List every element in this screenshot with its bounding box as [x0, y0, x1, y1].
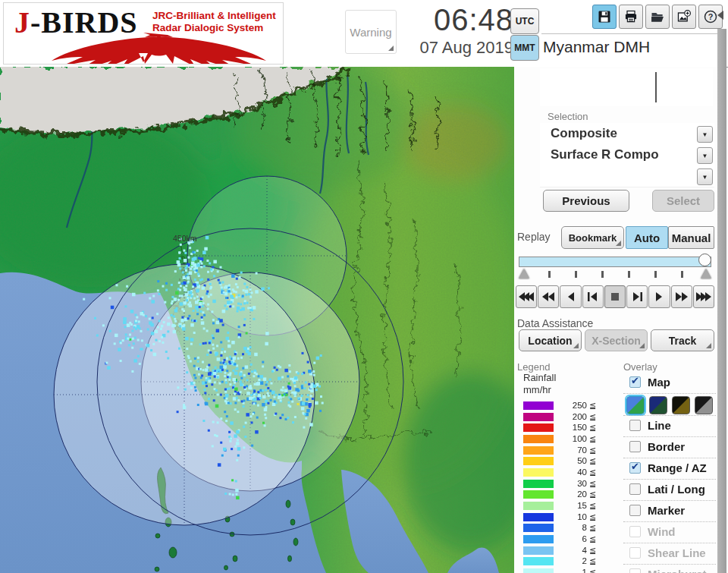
play-button[interactable] [648, 285, 670, 308]
map-style-swatch-2[interactable] [649, 396, 667, 414]
legend-swatch [523, 524, 554, 532]
chevron-down-icon[interactable]: ▼ [697, 168, 713, 185]
selection-label: Selection [548, 111, 588, 122]
manual-mode-button[interactable]: Manual [668, 226, 714, 249]
legend-value: 15 [557, 501, 587, 510]
checkbox-line[interactable] [629, 420, 641, 431]
checkbox-border[interactable] [629, 441, 641, 452]
legend-row: 8 ≦ [523, 523, 607, 534]
fast-forward-icon [695, 291, 713, 303]
legend-row: 15 ≦ [523, 501, 607, 512]
legend-swatch [523, 535, 554, 543]
legend-swatch [523, 413, 554, 421]
legend-operator: ≦ [589, 423, 596, 433]
warning-button[interactable]: Warning [345, 10, 397, 54]
mmt-button[interactable]: MMT [510, 35, 539, 61]
legend-row: 40 ≦ [523, 468, 607, 478]
map-style-swatch-4[interactable] [695, 396, 713, 414]
legend-operator: ≦ [589, 479, 596, 489]
legend-swatch [523, 435, 554, 443]
chevron-down-icon[interactable]: ▼ [697, 126, 713, 143]
replay-timeline-slider[interactable] [519, 257, 711, 267]
step-back-button[interactable] [582, 285, 604, 308]
product-dropdown-1[interactable]: Composite ▼ [540, 123, 714, 145]
eagle-icon [10, 30, 277, 64]
slider-end-marker[interactable] [701, 269, 711, 279]
legend-operator: ≦ [589, 456, 596, 466]
legend-row: 30 ≦ [523, 479, 607, 490]
legend-value: 150 [557, 423, 587, 432]
overlay-row-microburst: Microburst [623, 564, 716, 573]
legend-operator: ≦ [589, 512, 596, 522]
export-image-button[interactable] [672, 5, 696, 29]
overlay-row-lati-long: Lati / Long [623, 479, 716, 500]
svg-text:?: ? [708, 12, 714, 21]
slider-tick [628, 271, 630, 278]
checkbox-map[interactable] [629, 376, 641, 388]
panel-collapse-arrow-icon[interactable] [717, 11, 723, 20]
open-folder-button[interactable] [645, 5, 670, 29]
legend-value: 20 [557, 490, 587, 499]
legend-row: 20 ≦ [523, 490, 607, 500]
legend-operator: ≦ [589, 534, 596, 544]
map-style-swatch-1[interactable] [626, 396, 645, 414]
product-dropdown-2[interactable]: Surface R Compo ▼ [540, 144, 714, 166]
replay-label: Replay [517, 231, 551, 243]
replay-slider-thumb[interactable] [698, 253, 711, 266]
checkbox-range-az[interactable] [629, 462, 641, 474]
legend-row: 1 ≦ [523, 568, 607, 573]
stop-button[interactable] [604, 285, 626, 308]
x-section-button[interactable]: X-Section [585, 329, 648, 351]
legend-swatch [523, 401, 554, 410]
radar-map[interactable]: 450km [0, 67, 514, 573]
map-style-swatch-3[interactable] [672, 396, 690, 414]
overlay-item-label: Lati / Long [648, 483, 705, 496]
legend-operator: ≦ [589, 490, 596, 499]
panel-separator [541, 33, 717, 34]
save-button[interactable] [592, 5, 617, 29]
select-button[interactable]: Select [652, 190, 714, 212]
step-forward-button[interactable] [626, 285, 648, 308]
overlay-item-label: Range / AZ [648, 461, 707, 474]
legend-row: 4 ≦ [523, 546, 607, 556]
stop-icon [606, 291, 624, 303]
auto-mode-button[interactable]: Auto [626, 226, 668, 249]
product-dropdown-3[interactable]: ▼ [540, 165, 714, 187]
legend-operator: ≦ [589, 568, 596, 573]
chevron-down-icon[interactable]: ▼ [697, 147, 713, 164]
legend-operator: ≦ [589, 523, 596, 533]
slider-tick [575, 271, 577, 278]
overlay-row-wind: Wind [623, 521, 716, 543]
control-panel: Selection Composite ▼ Surface R Compo ▼ … [514, 67, 717, 573]
fast-rewind-button[interactable] [516, 285, 537, 308]
utc-button[interactable]: UTC [510, 8, 539, 34]
track-button[interactable]: Track [651, 329, 714, 351]
overlay-item-label: Wind [648, 525, 676, 538]
slider-start-marker[interactable] [519, 269, 529, 279]
legend-value: 40 [557, 468, 587, 477]
previous-button[interactable]: Previous [543, 190, 629, 212]
panel-edge-strip[interactable] [717, 29, 726, 573]
legend-swatch [523, 568, 554, 573]
map-style-swatches [623, 393, 716, 415]
legend-value: 70 [557, 445, 587, 455]
location-button[interactable]: Location [519, 329, 582, 351]
print-button[interactable] [619, 5, 643, 29]
legend-value: 30 [557, 479, 587, 488]
checkbox-lati-long[interactable] [629, 483, 641, 495]
legend-operator: ≦ [589, 445, 596, 455]
bookmark-button[interactable]: Bookmark [561, 226, 624, 249]
print-icon [623, 9, 639, 24]
station-input[interactable] [540, 68, 713, 106]
toolbar: ? [592, 5, 723, 29]
overlay-row-range-az: Range / AZ [623, 458, 716, 479]
legend-operator: ≦ [589, 546, 596, 556]
forward-button[interactable] [671, 285, 692, 308]
play-back-button[interactable] [560, 285, 581, 308]
fast-forward-button[interactable] [693, 285, 714, 308]
rewind-button[interactable] [538, 285, 559, 308]
legend-value: 6 [557, 534, 587, 543]
checkbox-marker[interactable] [629, 505, 641, 516]
legend-swatch [523, 446, 554, 455]
legend-row: 250 ≦ [523, 401, 607, 411]
